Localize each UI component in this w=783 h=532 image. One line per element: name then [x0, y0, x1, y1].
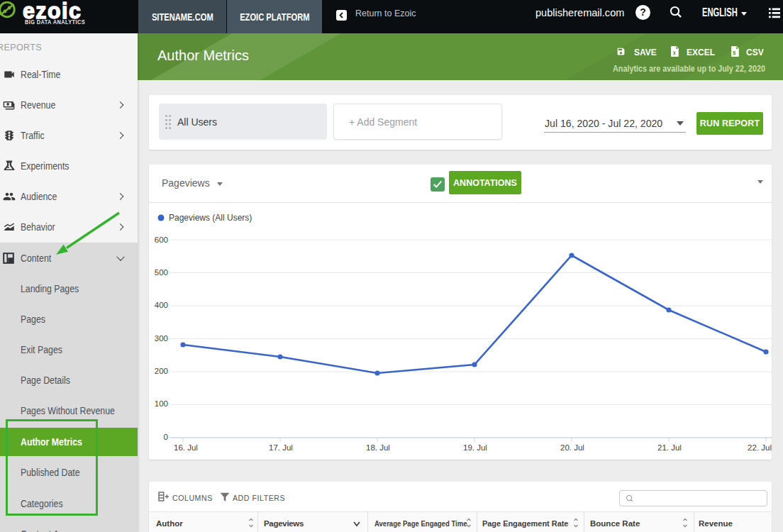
svg-text:19. Jul: 19. Jul [463, 443, 487, 452]
svg-text:21. Jul: 21. Jul [657, 443, 682, 452]
svg-text:20. Jul: 20. Jul [560, 443, 584, 452]
svg-text:600: 600 [155, 235, 168, 244]
svg-text:0: 0 [164, 433, 168, 441]
svg-text:17. Jul: 17. Jul [269, 443, 293, 452]
svg-text:Pageviews (All Users): Pageviews (All Users) [169, 213, 252, 223]
svg-text:200: 200 [155, 367, 168, 375]
svg-text:500: 500 [155, 268, 168, 277]
svg-text:18. Jul: 18. Jul [366, 443, 390, 452]
svg-text:100: 100 [155, 399, 168, 408]
svg-text:16. Jul: 16. Jul [174, 443, 198, 452]
svg-text:400: 400 [155, 301, 168, 309]
svg-text:22. Jul: 22. Jul [748, 443, 772, 452]
svg-text:300: 300 [155, 334, 168, 343]
